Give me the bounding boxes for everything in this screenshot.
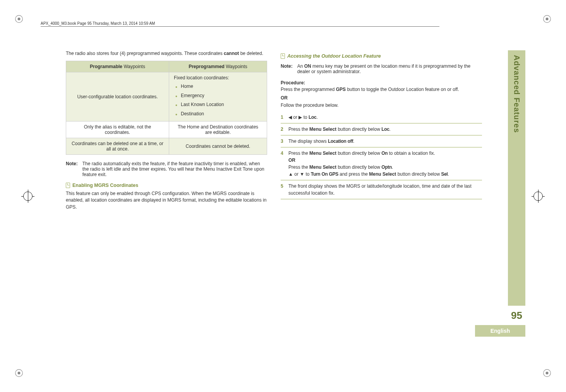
intro-b: be deleted. [239, 51, 263, 56]
svg-point-5 [18, 372, 21, 375]
step-item: 1◀ or ▶ to Loc. [281, 111, 482, 123]
step-item: 4Press the Menu Select button directly b… [281, 147, 482, 180]
svg-point-3 [546, 18, 549, 21]
list-item: Home [174, 82, 262, 91]
procedure-line1: Press the preprogrammed GPS button to to… [281, 86, 482, 93]
list-item: Last Known Location [174, 100, 262, 109]
print-mark-icon [542, 14, 552, 24]
language-box: English [475, 325, 525, 337]
svg-point-7 [546, 372, 549, 375]
list-item: Emergency [174, 91, 262, 100]
cell-alias: Only the alias is editable, not the coor… [66, 121, 169, 138]
step-number: 2 [281, 126, 283, 133]
print-mark-icon [14, 368, 24, 378]
table-header-preprogrammed: Preprogrammed Waypoints [169, 61, 267, 72]
running-head-text: APX_4000_M3.book Page 95 Thursday, March… [41, 21, 155, 26]
content-area: The radio also stores four (4) preprogra… [66, 50, 492, 211]
intro-paragraph: The radio also stores four (4) preprogra… [66, 50, 267, 57]
side-tab-label: Advanced Features [512, 55, 521, 133]
steps-list: 1◀ or ▶ to Loc. 2Press the Menu Select b… [281, 111, 482, 199]
heading-access: Accessing the Outdoor Location Feature [281, 53, 482, 59]
document-icon [281, 53, 285, 59]
registration-mark-icon [532, 190, 545, 203]
cell-home-dest: The Home and Destination coordinates are… [169, 121, 267, 138]
step-body: Press the Menu Select button directly be… [288, 151, 449, 177]
mgrs-paragraph: This feature can only be enabled through… [66, 190, 267, 211]
step-number: 3 [281, 138, 283, 145]
document-icon [66, 183, 70, 188]
step-body: Press the Menu Select button directly be… [288, 127, 391, 132]
heading-mgrs: Enabling MGRS Coordinates [66, 183, 267, 188]
cell-no-delete: Coordinates cannot be deleted. [169, 138, 267, 154]
fixed-lead: Fixed location coordinates: [174, 75, 229, 80]
procedure-line2: Follow the procedure below. [281, 102, 482, 109]
cell-user-config: User-configurable location coordinates. [66, 72, 169, 122]
note-label: Note: [66, 161, 78, 177]
note-label: Note: [281, 63, 293, 74]
step-number: 4 [281, 150, 283, 157]
heading-mgrs-text: Enabling MGRS Coordinates [72, 183, 138, 188]
step-number: 5 [281, 183, 283, 190]
waypoints-table: Programmable Waypoints Preprogrammed Way… [66, 61, 267, 155]
step-number: 1 [281, 114, 283, 121]
procedure-label: Procedure: [281, 80, 482, 86]
cell-fixed-list: Fixed location coordinates: Home Emergen… [169, 72, 267, 122]
table-row: Coordinates can be deleted one at a time… [66, 138, 267, 154]
step-item: 2Press the Menu Select button directly b… [281, 123, 482, 135]
table-row: User-configurable location coordinates. … [66, 72, 267, 122]
or-label: OR [281, 95, 482, 101]
step-item: 3The display shows Location off. [281, 135, 482, 147]
print-mark-icon [14, 14, 24, 24]
step-body: The front display shows the MGRS or lati… [288, 183, 472, 196]
step-item: 5The front display shows the MGRS or lat… [281, 180, 482, 199]
page-number: 95 [508, 310, 525, 322]
note-text: An ON menu key may be present on the loc… [297, 63, 482, 74]
header-rule [41, 26, 439, 27]
print-mark-icon [542, 368, 552, 378]
note-block: Note: The radio automatically exits the … [66, 161, 267, 177]
note-text: The radio automatically exits the featur… [82, 161, 267, 177]
list-item: Destination [174, 110, 262, 118]
right-column: Accessing the Outdoor Location Feature N… [281, 50, 482, 211]
heading-access-text: Accessing the Outdoor Location Feature [287, 53, 381, 59]
running-head: APX_4000_M3.book Page 95 Thursday, March… [41, 21, 439, 27]
left-column: The radio also stores four (4) preprogra… [66, 50, 267, 211]
table-row: Only the alias is editable, not the coor… [66, 121, 267, 138]
svg-point-1 [18, 18, 21, 21]
registration-mark-icon [21, 190, 34, 203]
intro-bold: cannot [224, 51, 239, 56]
cell-delete: Coordinates can be deleted one at a time… [66, 138, 169, 154]
intro-a: The radio also stores four (4) preprogra… [66, 51, 224, 56]
step-body: ◀ or ▶ to Loc. [288, 115, 318, 120]
step-body: The display shows Location off. [288, 139, 354, 144]
note-block: Note: An ON menu key may be present on t… [281, 63, 482, 74]
fixed-bullet-list: Home Emergency Last Known Location Desti… [174, 82, 262, 118]
side-tab: Advanced Features [508, 50, 525, 306]
table-header-programmable: Programmable Waypoints [66, 61, 169, 72]
